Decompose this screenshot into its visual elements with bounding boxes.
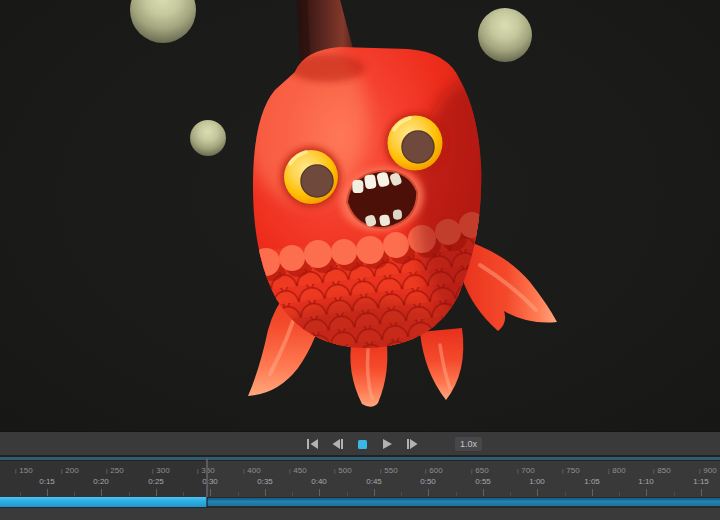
- frame-tick-label: 600: [425, 467, 442, 475]
- frame-tick: [152, 469, 153, 474]
- frame-number: 900: [703, 467, 716, 475]
- frame-tick: [608, 469, 609, 474]
- time-tick-label: 0:20: [93, 478, 109, 486]
- stop-square-icon: [358, 440, 367, 449]
- frame-tick: [243, 469, 244, 474]
- ruler-tick-minor: [238, 492, 239, 496]
- step-back-icon: [332, 439, 343, 449]
- skip-to-start-icon: [307, 439, 318, 449]
- step-back-button[interactable]: [330, 437, 344, 451]
- ruler-tick-minor: [347, 492, 348, 496]
- frame-tick: [106, 469, 107, 474]
- ruler-tick-major: [265, 489, 266, 496]
- transport-controls: 1.0x: [305, 432, 482, 456]
- animation-player-app: 1.0x 15020025030035040045050055060065070…: [0, 0, 720, 520]
- time-tick-label: 0:45: [366, 478, 382, 486]
- frame-tick: [197, 469, 198, 474]
- transport-controls-bar: 1.0x: [0, 431, 720, 455]
- ruler-tick-major: [210, 489, 211, 496]
- skip-to-start-button[interactable]: [305, 437, 319, 451]
- time-tick-label: 0:35: [257, 478, 273, 486]
- right-eye: [385, 113, 445, 173]
- ruler-tick-major: [101, 489, 102, 496]
- frame-number: 850: [657, 467, 670, 475]
- frame-tick-label: 300: [152, 467, 169, 475]
- time-tick-label: 0:55: [475, 478, 491, 486]
- frame-tick-label: 450: [289, 467, 306, 475]
- frame-number: 750: [566, 467, 579, 475]
- ruler-tick-minor: [183, 492, 184, 496]
- stop-button[interactable]: [355, 437, 369, 451]
- play-icon: [383, 439, 392, 449]
- viewport-canvas: [0, 0, 720, 431]
- frame-tick-label: 250: [106, 467, 123, 475]
- seek-bar-remaining: [207, 498, 720, 506]
- time-tick-label: 1:00: [529, 478, 545, 486]
- ruler-tick-minor: [510, 492, 511, 496]
- frame-number: 150: [19, 467, 32, 475]
- frame-tick-label: 850: [653, 467, 670, 475]
- time-tick-label: 0:15: [39, 478, 55, 486]
- frame-tick: [289, 469, 290, 474]
- frame-number: 600: [429, 467, 442, 475]
- left-eye: [281, 147, 341, 207]
- time-tick-label: 0:40: [311, 478, 327, 486]
- ruler-tick-major: [374, 489, 375, 496]
- time-tick-label: 1:10: [638, 478, 654, 486]
- bottom-strip: [0, 507, 720, 520]
- ruler-tick-minor: [292, 492, 293, 496]
- ruler-tick-minor: [20, 492, 21, 496]
- frame-number: 550: [384, 467, 397, 475]
- time-tick-label: 0:30: [202, 478, 218, 486]
- frame-tick-label: 500: [334, 467, 351, 475]
- timeline-ruler[interactable]: 1502002503003504004505005506006507007508…: [0, 461, 720, 497]
- frame-number: 800: [612, 467, 625, 475]
- frame-tick: [334, 469, 335, 474]
- frame-tick-label: 650: [471, 467, 488, 475]
- frame-tick: [653, 469, 654, 474]
- frame-number: 700: [521, 467, 534, 475]
- step-forward-icon: [407, 439, 418, 449]
- frame-number: 200: [65, 467, 78, 475]
- frame-tick-label: 700: [517, 467, 534, 475]
- ruler-tick-major: [483, 489, 484, 496]
- frame-tick-label: 550: [380, 467, 397, 475]
- frame-number: 400: [247, 467, 260, 475]
- frame-tick: [15, 469, 16, 474]
- frame-number: 250: [110, 467, 123, 475]
- ruler-tick-major: [592, 489, 593, 496]
- frame-number: 450: [293, 467, 306, 475]
- frame-tick: [562, 469, 563, 474]
- ruler-tick-minor: [619, 492, 620, 496]
- frame-tick-label: 800: [608, 467, 625, 475]
- ruler-tick-major: [428, 489, 429, 496]
- ruler-tick-major: [701, 489, 702, 496]
- bubble: [190, 120, 226, 156]
- frame-tick-label: 900: [699, 467, 716, 475]
- ruler-tick-minor: [401, 492, 402, 496]
- frame-tick: [61, 469, 62, 474]
- time-tick-label: 0:25: [148, 478, 164, 486]
- bubble: [478, 8, 532, 62]
- playback-speed-chip[interactable]: 1.0x: [455, 437, 482, 451]
- ruler-tick-major: [646, 489, 647, 496]
- play-button[interactable]: [380, 437, 394, 451]
- time-tick-label: 1:05: [584, 478, 600, 486]
- frame-tick: [425, 469, 426, 474]
- frame-number: 350: [201, 467, 214, 475]
- record-button[interactable]: [430, 437, 444, 451]
- ruler-tick-major: [537, 489, 538, 496]
- ruler-tick-minor: [129, 492, 130, 496]
- frame-tick-label: 150: [15, 467, 32, 475]
- step-forward-button[interactable]: [405, 437, 419, 451]
- frame-tick-label: 400: [243, 467, 260, 475]
- time-tick-label: 0:50: [420, 478, 436, 486]
- separator-accent-line: [0, 457, 720, 460]
- ruler-tick-major: [156, 489, 157, 496]
- frame-tick: [380, 469, 381, 474]
- frame-tick-label: 750: [562, 467, 579, 475]
- frame-tick-label: 200: [61, 467, 78, 475]
- seek-bar[interactable]: [0, 497, 720, 507]
- ruler-tick-major: [47, 489, 48, 496]
- frame-number: 500: [338, 467, 351, 475]
